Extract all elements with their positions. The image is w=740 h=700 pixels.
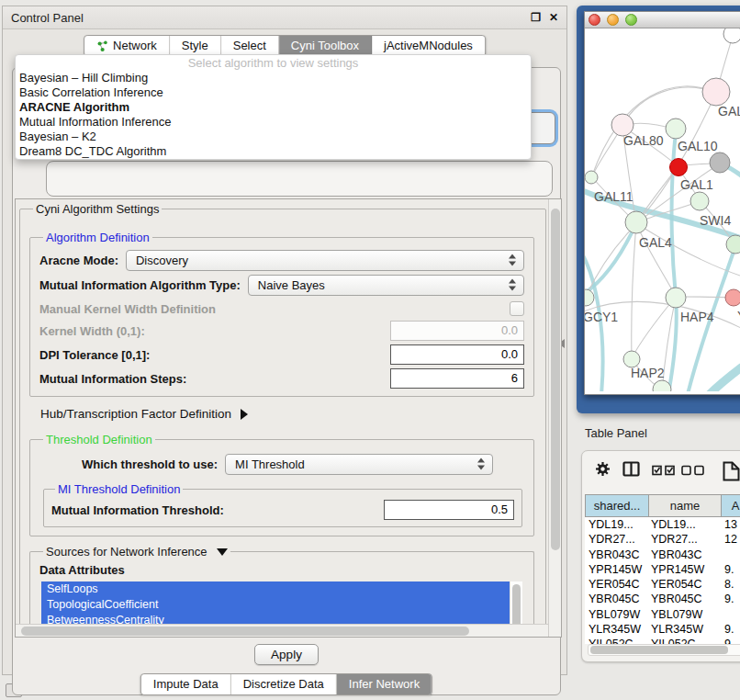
- node: [723, 28, 740, 43]
- tab-jactivemnodules[interactable]: jActiveMNodules: [372, 36, 485, 56]
- table-row[interactable]: YDL19... YDL19... 13: [585, 517, 740, 532]
- list-item[interactable]: TopologicalCoefficient: [41, 597, 510, 613]
- unchecked-checkboxes-icon[interactable]: [681, 465, 705, 476]
- node-gal1: [690, 192, 709, 210]
- table-toolbar: [582, 458, 740, 486]
- combo-spinner-icon: [477, 458, 485, 470]
- combo-spinner-icon: [509, 254, 516, 266]
- manual-kernel-width-checkbox[interactable]: [510, 301, 524, 316]
- dpi-tolerance-label: DPI Tolerance [0,1]:: [39, 348, 150, 362]
- cyni-algorithm-settings-title: Cyni Algorithm Settings: [33, 202, 162, 216]
- menu-item[interactable]: Bayesian – Hill Climbing: [16, 71, 531, 85]
- table-row[interactable]: YBL079W YBL079W: [585, 607, 740, 622]
- node-gal10: [666, 119, 686, 139]
- which-threshold-select[interactable]: MI Threshold: [225, 454, 493, 475]
- close-window-icon[interactable]: ✕: [549, 11, 558, 24]
- gear-icon[interactable]: [595, 461, 611, 477]
- sources-title[interactable]: Sources for Network Inference: [43, 545, 230, 559]
- node-unlabeled-red: [670, 159, 688, 176]
- node-table: shared... name A YDL19... YDL19... 13 YD…: [585, 494, 740, 661]
- table-row[interactable]: YIL052C YIL052C 9: [585, 637, 740, 644]
- mi-threshold-definition-group: MI Threshold Definition Mutual Informati…: [43, 482, 522, 527]
- node-label: GCY1: [585, 310, 618, 324]
- control-panel-titlebar: Control Panel ❐ ✕: [3, 6, 566, 29]
- table-row[interactable]: YDR27... YDR27... 12: [585, 532, 740, 547]
- close-traffic-light-icon[interactable]: [589, 14, 600, 26]
- menu-item-selected[interactable]: ARACNE Algorithm: [16, 100, 531, 115]
- combo-spinner-icon: [509, 279, 516, 291]
- list-item[interactable]: SelfLoops: [41, 581, 510, 597]
- network-nodes[interactable]: [585, 28, 740, 391]
- network-node-labels: GAL GAL80 GAL10 GAL1 GAL11 GAL4 SWI4 GCY…: [585, 104, 740, 380]
- node-gal4: [625, 211, 647, 233]
- float-window-icon[interactable]: ❐: [531, 11, 541, 24]
- tab-cyni-toolbox[interactable]: Cyni Toolbox: [279, 36, 372, 56]
- node: [653, 380, 671, 391]
- kernel-width-label: Kernel Width (0,1):: [39, 324, 145, 338]
- menu-item[interactable]: Basic Correlation Inference: [16, 85, 531, 100]
- node-y: [725, 289, 740, 306]
- mi-algorithm-type-label: Mutual Information Algorithm Type:: [39, 278, 241, 292]
- menu-item[interactable]: Bayesian – K2: [16, 130, 531, 144]
- tab-impute-data[interactable]: Impute Data: [141, 674, 231, 694]
- table-horizontal-scrollbar[interactable]: [588, 644, 740, 656]
- mi-threshold-input[interactable]: 0.5: [384, 500, 514, 520]
- table-row[interactable]: YLR345W YLR345W 9.: [585, 622, 740, 637]
- tab-select[interactable]: Select: [221, 36, 279, 56]
- control-panel-window: Control Panel ❐ ✕ Cyni Algorithm Setting…: [2, 6, 567, 675]
- column-header[interactable]: A: [721, 494, 740, 517]
- dpi-tolerance-input[interactable]: 0.0: [390, 344, 524, 365]
- split-columns-icon[interactable]: [622, 461, 640, 477]
- mi-algorithm-type-select[interactable]: Naive Bayes: [248, 275, 524, 296]
- settings-vertical-scrollbar[interactable]: [548, 199, 561, 637]
- cyni-algorithm-settings-group: Cyni Algorithm Settings Algorithm Defini…: [19, 202, 546, 638]
- node-label: GAL1: [680, 177, 713, 192]
- tab-discretize-data[interactable]: Discretize Data: [231, 674, 337, 694]
- hub-transcription-factor-section[interactable]: Hub/Transcription Factor Definition: [40, 407, 534, 421]
- tab-network[interactable]: Network: [84, 36, 170, 56]
- data-attributes-label: Data Attributes: [39, 563, 524, 577]
- cyni-bottom-tabs: Impute Data Discretize Data Infer Networ…: [140, 673, 432, 695]
- node-gcy1: [585, 289, 594, 306]
- node-hap4: [666, 288, 686, 308]
- threshold-definition-title: Threshold Definition: [43, 433, 155, 446]
- network-canvas[interactable]: GAL GAL80 GAL10 GAL1 GAL11 GAL4 SWI4 GCY…: [585, 28, 740, 391]
- mi-threshold-label: Mutual Information Threshold:: [51, 503, 224, 517]
- table-row[interactable]: YPR145W YPR145W 9.: [585, 562, 740, 577]
- manual-kernel-width-label: Manual Kernel Width Definition: [39, 302, 216, 316]
- node-label: GAL4: [639, 235, 672, 250]
- expand-right-icon[interactable]: [241, 409, 248, 420]
- screen: Control Panel ❐ ✕ Cyni Algorithm Setting…: [0, 0, 740, 700]
- column-header-shared-name[interactable]: shared...: [585, 494, 649, 517]
- network-window-titlebar[interactable]: [585, 12, 740, 28]
- menu-item[interactable]: Mutual Information Inference: [16, 115, 531, 130]
- settings-scroll-area: Cyni Algorithm Settings Algorithm Defini…: [15, 198, 562, 638]
- algorithm-dropdown-popup: Select algorithm to view settings Bayesi…: [15, 54, 532, 160]
- network-window-frame[interactable]: GAL GAL80 GAL10 GAL1 GAL11 GAL4 SWI4 GCY…: [577, 6, 740, 413]
- minimize-traffic-light-icon[interactable]: [607, 14, 619, 26]
- zoom-traffic-light-icon[interactable]: [625, 14, 637, 26]
- mi-steps-input[interactable]: 6: [390, 368, 524, 389]
- data-table-combobox[interactable]: [46, 161, 553, 197]
- menu-item[interactable]: Dream8 DC_TDC Algorithm: [16, 144, 531, 159]
- table-panel-title: Table Panel: [585, 426, 647, 440]
- aracne-mode-select[interactable]: Discovery: [126, 250, 524, 271]
- node-gal11: [585, 171, 598, 184]
- kernel-width-input[interactable]: 0.0: [390, 321, 524, 341]
- table-row[interactable]: YBR045C YBR045C 9.: [585, 592, 740, 606]
- table-row[interactable]: YBR043C YBR043C: [585, 548, 740, 562]
- tab-infer-network[interactable]: Infer Network: [337, 674, 432, 694]
- column-header-name[interactable]: name: [648, 494, 722, 517]
- file-icon[interactable]: [723, 461, 740, 481]
- network-window: GAL GAL80 GAL10 GAL1 GAL11 GAL4 SWI4 GCY…: [584, 11, 740, 395]
- settings-horizontal-scrollbar[interactable]: [16, 624, 548, 637]
- panel-title: Control Panel: [11, 11, 531, 25]
- dropdown-placeholder: Select algorithm to view settings: [16, 56, 531, 71]
- apply-button[interactable]: Apply: [254, 644, 319, 665]
- table-row[interactable]: YER054C YER054C 8.: [585, 577, 740, 592]
- mi-threshold-definition-title: MI Threshold Definition: [55, 482, 183, 496]
- checked-checkboxes-icon[interactable]: [652, 465, 676, 476]
- collapse-down-icon[interactable]: [217, 548, 228, 556]
- node-swi4: [726, 235, 740, 254]
- tab-style[interactable]: Style: [170, 36, 221, 56]
